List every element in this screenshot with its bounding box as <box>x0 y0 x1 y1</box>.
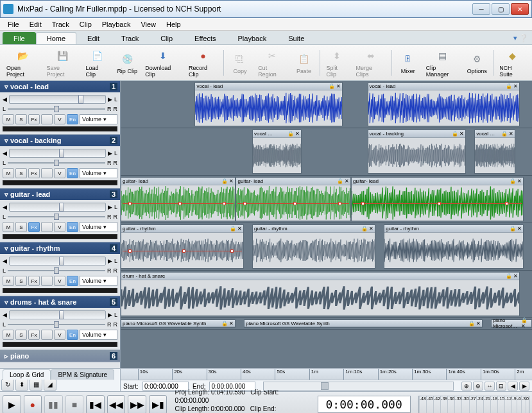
clip[interactable]: guitar- lead🔒 ✕ <box>121 177 236 221</box>
tab-track[interactable]: Track <box>110 32 150 44</box>
loopgrid-btn-2[interactable]: ▦ <box>30 379 42 391</box>
play-button[interactable]: ▶ <box>3 395 21 414</box>
clip[interactable]: guitar- lead🔒 ✕ <box>236 177 350 221</box>
bottom-tab-1[interactable]: BPM & Signature <box>51 369 114 380</box>
track-btn-M[interactable]: M <box>3 114 14 124</box>
track-btn-Fx[interactable]: Fx <box>28 330 40 340</box>
maximize-button[interactable]: ▢ <box>492 3 510 15</box>
track-btn-S[interactable]: S <box>15 330 27 340</box>
loopgrid-btn-1[interactable]: ⬍ <box>15 379 28 391</box>
tab-clip[interactable]: Clip <box>150 32 184 44</box>
track-btn-x[interactable] <box>41 222 53 232</box>
tab-edit[interactable]: Edit <box>76 32 110 44</box>
clip[interactable]: guitar - rhythm🔒 ✕ <box>384 224 524 269</box>
track-header-5[interactable]: ▹piano6 <box>0 350 120 362</box>
track-btn-V[interactable]: V <box>54 114 65 124</box>
menu-playback[interactable]: Playback <box>97 19 136 30</box>
collapse-icon[interactable]: ▿ <box>3 83 10 91</box>
stop-button[interactable]: ■ <box>65 395 84 414</box>
clip[interactable]: vocal …🔒 ✕ <box>252 130 302 174</box>
track-btn-En[interactable]: En <box>67 222 78 232</box>
zoom-btn-5[interactable]: ▶ <box>519 382 529 391</box>
collapse-icon[interactable]: ▿ <box>3 137 10 145</box>
zoom-btn-1[interactable]: ⊖ <box>473 382 483 391</box>
merge-clips-button[interactable]: ⬌Merge Clips <box>352 47 390 79</box>
track-btn-S[interactable]: S <box>15 276 27 286</box>
skip-start-button[interactable]: ▮◀ <box>86 395 105 414</box>
zoom-btn-0[interactable]: ⊕ <box>461 382 472 391</box>
track-btn-x[interactable] <box>41 114 53 124</box>
timeline-row-3[interactable]: guitar - rhythm🔒 ✕guitar - rhythm🔒 ✕guit… <box>121 223 532 271</box>
skip-end-button[interactable]: ▶▮ <box>149 395 167 414</box>
menu-track[interactable]: Track <box>47 19 74 30</box>
cut-region-button[interactable]: ✂Cut Region <box>254 47 289 79</box>
clip[interactable]: piano Microsof…🔒 ✕ <box>491 319 532 328</box>
copy-button[interactable]: ⿻Copy <box>226 50 254 76</box>
record-clip-button[interactable]: ●Record Clip <box>185 47 221 79</box>
split-clip-button[interactable]: ⬍Split Clip <box>322 47 352 79</box>
rip-clip-button[interactable]: 💿Rip Clip <box>113 50 141 76</box>
tab-file[interactable]: File <box>3 32 36 44</box>
zoom-btn-2[interactable]: ↔ <box>485 382 495 391</box>
menu-file[interactable]: File <box>3 19 24 30</box>
menu-clip[interactable]: Clip <box>74 19 97 30</box>
tab-effects[interactable]: Effects <box>184 32 227 44</box>
close-button[interactable]: ✕ <box>511 3 529 15</box>
track-btn-S[interactable]: S <box>15 222 27 232</box>
clip[interactable]: vocal - lead🔒 ✕ <box>368 82 520 126</box>
clip[interactable]: vocal - backing🔒 ✕ <box>368 130 467 174</box>
loopgrid-btn-0[interactable]: ↻ <box>1 379 14 391</box>
timeline-row-2[interactable]: guitar- lead🔒 ✕guitar- lead🔒 ✕guitar- le… <box>121 176 532 223</box>
menu-help[interactable]: Help <box>161 19 186 30</box>
menu-edit[interactable]: Edit <box>24 19 47 30</box>
zoom-btn-3[interactable]: ⊡ <box>496 382 506 391</box>
pan-slider[interactable] <box>8 321 105 328</box>
collapse-icon[interactable]: ▿ <box>3 190 10 199</box>
paste-button[interactable]: 📋Paste <box>289 50 318 76</box>
rewind-button[interactable]: ◀◀ <box>107 395 126 414</box>
volume-select[interactable]: Volume ▾ <box>80 114 117 124</box>
volume-slider[interactable] <box>9 310 106 319</box>
end-input[interactable] <box>209 382 255 391</box>
pan-slider[interactable] <box>8 267 105 274</box>
track-btn-x[interactable] <box>41 330 53 340</box>
record-button[interactable]: ● <box>24 395 42 414</box>
track-header-1[interactable]: ▿vocal - backing2 <box>0 135 120 146</box>
track-btn-M[interactable]: M <box>3 276 14 286</box>
pause-button[interactable]: ▮▮ <box>44 395 63 414</box>
pan-slider[interactable] <box>8 214 105 220</box>
volume-slider[interactable] <box>9 203 106 212</box>
timeline-row-1[interactable]: vocal …🔒 ✕vocal - backing🔒 ✕vocal …🔒 ✕ <box>121 128 532 176</box>
volume-slider[interactable] <box>9 149 106 158</box>
open-project-button[interactable]: 📂Open Project <box>3 47 43 79</box>
download-clip-button[interactable]: ⬇Download Clip <box>141 47 185 79</box>
timeline-row-5[interactable]: piano Microsoft GS Wavetable Synth🔒 ✕pia… <box>121 318 532 330</box>
track-btn-V[interactable]: V <box>54 276 65 286</box>
collapse-icon[interactable]: ▿ <box>3 298 10 307</box>
mixer-button[interactable]: 🎚Mixer <box>394 50 422 76</box>
options-button[interactable]: ⚙Options <box>463 50 491 76</box>
track-btn-S[interactable]: S <box>15 114 27 124</box>
tab-playback[interactable]: Playback <box>227 32 278 44</box>
track-btn-M[interactable]: M <box>3 330 14 340</box>
clip[interactable]: guitar - rhythm🔒 ✕ <box>252 224 375 269</box>
track-header-4[interactable]: ▿drums - hat & snare5 <box>0 296 120 308</box>
load-clip-button[interactable]: 📄Load Clip <box>82 47 114 79</box>
save-project-button[interactable]: 💾Save Project <box>43 47 82 79</box>
nch-suite-button[interactable]: ◆NCH Suite <box>495 47 529 79</box>
start-input[interactable] <box>142 382 189 391</box>
track-header-2[interactable]: ▿guitar - lead3 <box>0 189 120 200</box>
volume-select[interactable]: Volume ▾ <box>80 168 117 178</box>
track-btn-V[interactable]: V <box>54 222 65 232</box>
timeline-row-4[interactable]: drum - hat & snare🔒 ✕ <box>121 271 532 318</box>
track-btn-V[interactable]: V <box>54 330 65 340</box>
track-btn-En[interactable]: En <box>67 330 78 340</box>
timeline-row-0[interactable]: vocal - lead🔒 ✕vocal - lead🔒 ✕ <box>121 81 532 128</box>
pan-slider[interactable] <box>8 160 105 166</box>
tab-suite[interactable]: Suite <box>277 32 315 44</box>
clip[interactable]: piano Microsoft GS Wavetable Synth🔒 ✕ <box>244 319 483 328</box>
clip[interactable]: piano Microsoft GS Wavetable Synth🔒 ✕ <box>121 319 236 328</box>
volume-select[interactable]: Volume ▾ <box>80 330 117 340</box>
track-btn-M[interactable]: M <box>3 222 14 232</box>
clip-manager-button[interactable]: ▤Clip Manager <box>422 47 463 79</box>
